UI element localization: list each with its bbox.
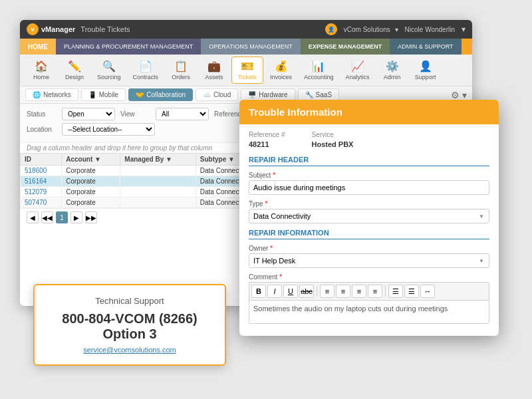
nav-analytics-icon[interactable]: 📈 Analytics (340, 57, 375, 83)
location-select[interactable]: --Select Location-- (62, 123, 155, 136)
type-field: Type * Data Connectivity (249, 200, 489, 223)
align-left-button[interactable]: ≡ (320, 285, 334, 298)
service-value: Hosted PBX (311, 140, 353, 148)
nav-bar: HOME PLANNING & PROCUREMENT MANAGEMENT O… (20, 39, 472, 55)
indent-button[interactable]: ↔ (420, 285, 435, 298)
tab-cloud[interactable]: ☁️ Cloud (196, 88, 238, 101)
owner-field: Owner * IT Help Desk (249, 245, 489, 268)
support-email[interactable]: service@vcomsolutions.com (48, 346, 211, 354)
type-select[interactable]: Data Connectivity (249, 209, 489, 223)
comment-label: Comment * (249, 273, 489, 281)
toolbar-separator (317, 286, 317, 297)
owner-select[interactable]: IT Help Desk (249, 253, 489, 268)
contracts-icon: 📄 (139, 60, 152, 72)
nav-expense[interactable]: EXPENSE MANAGEMENT (301, 39, 390, 55)
pagination: ◀ ◀◀ 1 ▶ ▶▶ (27, 211, 97, 223)
nav-sourcing-icon[interactable]: 🔍 Sourcing (92, 57, 126, 83)
current-page-button[interactable]: 1 (56, 211, 68, 223)
reference-field: Reference # 48211 (249, 131, 285, 149)
location-label: Location (27, 126, 57, 133)
owner-select-wrapper: IT Help Desk (249, 253, 489, 268)
type-label: Type * (249, 200, 489, 207)
last-page-button[interactable]: ▶▶ (85, 211, 97, 223)
align-justify-button[interactable]: ≡ (368, 285, 382, 298)
hardware-icon: 🖥️ (248, 91, 256, 98)
orders-icon: 📋 (174, 60, 188, 72)
trouble-panel-title: Trouble Information (249, 106, 342, 118)
mobile-icon: 📱 (88, 91, 96, 98)
first-page-button[interactable]: ◀◀ (41, 211, 53, 223)
editor-toolbar: B I U abc ≡ ≡ ≡ ≡ ☰ ☰ ↔ (249, 282, 489, 300)
status-select[interactable]: Open (62, 108, 115, 120)
ticket-link[interactable]: 516164 (25, 178, 47, 185)
settings-button[interactable]: ⚙ ▾ (451, 90, 467, 100)
nav-assets-icon[interactable]: 💼 Assets (198, 57, 230, 83)
subject-required: * (273, 172, 275, 179)
type-required: * (265, 200, 267, 207)
trouble-panel: Trouble Information Reference # 48211 Se… (239, 100, 499, 336)
align-right-button[interactable]: ≡ (352, 285, 366, 298)
bold-button[interactable]: B (251, 285, 266, 298)
ticket-link[interactable]: 512079 (25, 188, 47, 196)
nav-support-icon[interactable]: 👤 Support (410, 57, 442, 83)
service-field-label: Service (311, 131, 353, 138)
strikethrough-button[interactable]: abc (299, 285, 314, 298)
vmanager-logo: v vManager (27, 23, 75, 35)
nav-home-icon[interactable]: 🏠 Home (25, 57, 57, 83)
app-title: Trouble Tickets (80, 25, 130, 33)
nav-orders-icon[interactable]: 📋 Orders (165, 57, 197, 83)
owner-label: Owner * (249, 245, 489, 252)
top-bar-left: v vManager Trouble Tickets (27, 23, 130, 35)
owner-required: * (270, 245, 273, 252)
nav-contracts-icon[interactable]: 📄 Contracts (128, 57, 164, 83)
nav-design-icon[interactable]: ✏️ Design (59, 57, 90, 83)
nav-invoices-icon[interactable]: 💰 Invoices (265, 57, 297, 83)
admin-icon: ⚙️ (386, 60, 399, 72)
view-select[interactable]: All (156, 108, 209, 120)
italic-button[interactable]: I (267, 285, 282, 298)
nav-accounting-icon[interactable]: 📊 Accounting (299, 57, 339, 83)
nav-admin[interactable]: ADMIN & SUPPORT (390, 39, 461, 55)
align-center-button[interactable]: ≡ (336, 285, 350, 298)
nav-home[interactable]: HOME (20, 39, 56, 55)
prev-page-button[interactable]: ◀ (27, 211, 39, 223)
toolbar-separator-2 (385, 286, 386, 297)
nav-admin-icon[interactable]: ⚙️ Admin (376, 57, 408, 83)
nav-planning[interactable]: PLANNING & PROCUREMENT MANAGEMENT (56, 39, 201, 55)
assets-icon: 💼 (207, 60, 221, 72)
reference-field-label: Reference # (249, 131, 285, 138)
tab-collaboration[interactable]: 🤝 Collaboration (128, 88, 193, 101)
logo-icon: v (27, 23, 39, 35)
support-box: Technical Support 800-804-VCOM (8266) Op… (33, 284, 226, 366)
networks-icon: 🌐 (33, 91, 41, 98)
nav-tickets-icon[interactable]: 🎫 Tickets (231, 57, 263, 84)
ticket-link[interactable]: 518600 (25, 167, 47, 174)
analytics-icon: 📈 (351, 60, 364, 72)
col-id[interactable]: ID (21, 154, 62, 166)
saas-icon: 🔧 (305, 91, 313, 98)
ordered-list-button[interactable]: ☰ (404, 285, 419, 298)
list-button[interactable]: ☰ (388, 285, 403, 298)
subject-field: Subject * (249, 172, 489, 195)
subject-input[interactable] (249, 180, 489, 195)
trouble-panel-header: Trouble Information (239, 100, 499, 124)
top-bar-username: Nicole Wonderlin (405, 26, 455, 33)
next-page-button[interactable]: ▶ (70, 211, 82, 223)
subject-label: Subject * (249, 172, 489, 179)
support-icon: 👤 (419, 60, 432, 72)
col-account[interactable]: Account ▼ (62, 154, 120, 166)
underline-button[interactable]: U (283, 285, 298, 298)
comment-editor[interactable]: Sometimes the audio on my laptop cuts ou… (249, 300, 489, 324)
nav-operations[interactable]: OPERATIONS MANAGEMENT (201, 39, 300, 55)
tab-networks[interactable]: 🌐 Networks (25, 88, 78, 101)
design-icon: ✏️ (68, 60, 81, 72)
top-bar-company: vCom Solutions ▾ (344, 26, 398, 33)
ticket-link[interactable]: 507470 (25, 199, 47, 206)
type-select-wrapper: Data Connectivity (249, 209, 489, 223)
status-label: Status (27, 110, 57, 118)
col-managed-by[interactable]: Managed By ▼ (120, 154, 196, 166)
trouble-panel-body: Reference # 48211 Service Hosted PBX REP… (239, 124, 499, 336)
comment-text: Sometimes the audio on my laptop cuts ou… (253, 305, 448, 313)
info-row: Reference # 48211 Service Hosted PBX (249, 131, 489, 149)
tab-mobile[interactable]: 📱 Mobile (81, 88, 126, 101)
